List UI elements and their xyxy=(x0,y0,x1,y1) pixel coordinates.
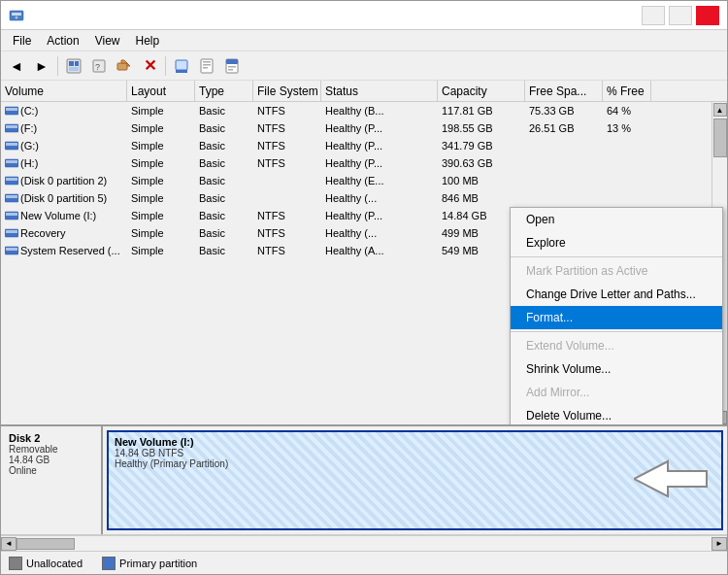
menu-action[interactable]: Action xyxy=(39,32,86,50)
ctx-separator xyxy=(511,256,722,257)
td-volume: New Volume (I:) xyxy=(1,207,127,223)
ctx-item: Extend Volume... xyxy=(511,334,722,357)
menu-file[interactable]: File xyxy=(5,32,39,50)
col-header-freespace[interactable]: Free Spa... xyxy=(525,81,603,101)
ctx-item: Add Mirror... xyxy=(511,381,722,404)
td-status: Healthy (A... xyxy=(321,242,438,258)
status-bar: Unallocated Primary partition xyxy=(1,551,727,574)
minimize-button[interactable] xyxy=(642,6,665,25)
title-bar xyxy=(1,1,727,30)
td-fs: NTFS xyxy=(253,224,321,241)
svg-rect-6 xyxy=(69,67,79,71)
maximize-button[interactable] xyxy=(669,6,692,25)
legend-primary-box xyxy=(102,557,116,570)
toolbar-btn6[interactable] xyxy=(220,54,244,78)
disk-2-size: 14.84 GB xyxy=(9,455,93,465)
td-pctfree: 64 % xyxy=(603,102,651,118)
td-layout: Simple xyxy=(127,224,195,241)
disk-area: Disk 2 Removable 14.84 GB Online New Vol… xyxy=(1,424,727,551)
svg-point-2 xyxy=(16,16,18,18)
table-row[interactable]: (H:) Simple Basic NTFS Healthy (P... 390… xyxy=(1,154,711,172)
td-fs xyxy=(253,189,321,206)
partition-1-health: Healthy (Primary Partition) xyxy=(115,458,715,469)
svg-rect-38 xyxy=(6,248,17,251)
td-layout: Simple xyxy=(127,207,195,223)
col-header-pctfree[interactable]: % Free xyxy=(603,81,651,101)
ctx-item[interactable]: Format... xyxy=(511,306,722,329)
legend-unallocated-box xyxy=(9,557,22,570)
toolbar-forward[interactable]: ► xyxy=(30,54,53,78)
td-fs: NTFS xyxy=(253,242,321,258)
title-bar-left xyxy=(9,8,30,23)
menu-view[interactable]: View xyxy=(87,32,128,50)
table-row[interactable]: (G:) Simple Basic NTFS Healthy (P... 341… xyxy=(1,137,711,154)
svg-rect-30 xyxy=(6,178,17,181)
col-header-layout[interactable]: Layout xyxy=(127,81,195,101)
svg-rect-28 xyxy=(6,160,17,163)
toolbar-btn1[interactable] xyxy=(62,54,85,78)
table-row[interactable]: (C:) Simple Basic NTFS Healthy (B... 117… xyxy=(1,102,711,119)
disk-2-name: Disk 2 xyxy=(9,432,93,444)
td-volume: (G:) xyxy=(1,137,127,153)
table-row[interactable]: (Disk 0 partition 2) Simple Basic Health… xyxy=(1,172,711,189)
ctx-item[interactable]: Open xyxy=(511,208,722,231)
toolbar-back[interactable]: ◄ xyxy=(5,54,28,78)
td-layout: Simple xyxy=(127,189,195,206)
ctx-item[interactable]: Delete Volume... xyxy=(511,404,722,424)
scroll-right[interactable]: ► xyxy=(711,537,727,551)
toolbar-delete[interactable]: ✕ xyxy=(138,54,161,78)
scroll-up[interactable]: ▲ xyxy=(713,103,727,117)
menu-bar: File Action View Help xyxy=(1,30,727,51)
scroll-thumb[interactable] xyxy=(713,118,727,157)
col-header-capacity[interactable]: Capacity xyxy=(438,81,525,101)
svg-rect-26 xyxy=(6,143,17,146)
td-type: Basic xyxy=(195,224,253,241)
toolbar-sep-2 xyxy=(165,56,166,76)
td-fs: NTFS xyxy=(253,154,321,171)
close-button[interactable] xyxy=(696,6,719,25)
svg-text:?: ? xyxy=(95,62,100,72)
td-volume: Recovery xyxy=(1,224,127,241)
td-freespace xyxy=(525,154,603,171)
ctx-item[interactable]: Explore xyxy=(511,231,722,254)
table-row[interactable]: (F:) Simple Basic NTFS Healthy (P... 198… xyxy=(1,119,711,137)
td-volume: (F:) xyxy=(1,119,127,136)
td-layout: Simple xyxy=(127,172,195,188)
svg-rect-36 xyxy=(6,230,17,233)
toolbar-btn5[interactable] xyxy=(195,54,218,78)
toolbar-btn4[interactable] xyxy=(170,54,193,78)
hscroll-thumb[interactable] xyxy=(17,538,75,550)
td-freespace xyxy=(525,172,603,188)
legend-primary-label: Primary partition xyxy=(119,558,197,569)
partition-1-name: New Volume (I:) xyxy=(115,436,715,448)
table-row[interactable]: (Disk 0 partition 5) Simple Basic Health… xyxy=(1,189,711,207)
col-header-status[interactable]: Status xyxy=(321,81,438,101)
ctx-item[interactable]: Shrink Volume... xyxy=(511,357,722,381)
context-menu: OpenExploreMark Partition as ActiveChang… xyxy=(510,207,723,424)
td-volume: System Reserved (... xyxy=(1,242,127,258)
menu-help[interactable]: Help xyxy=(128,32,168,50)
td-fs: NTFS xyxy=(253,207,321,223)
td-volume: (Disk 0 partition 2) xyxy=(1,172,127,188)
td-fs: NTFS xyxy=(253,102,321,118)
col-header-volume[interactable]: Volume xyxy=(1,81,127,101)
col-header-fs[interactable]: File System xyxy=(253,81,321,101)
toolbar-btn2[interactable]: ? xyxy=(87,54,111,78)
scroll-left[interactable]: ◄ xyxy=(1,537,17,551)
svg-rect-24 xyxy=(6,125,17,128)
toolbar-sep-1 xyxy=(57,56,58,76)
toolbar-btn3[interactable] xyxy=(113,54,136,78)
ctx-item[interactable]: Change Drive Letter and Paths... xyxy=(511,283,722,306)
td-fs: NTFS xyxy=(253,119,321,136)
td-status: Healthy (... xyxy=(321,224,438,241)
svg-rect-12 xyxy=(176,70,187,73)
col-header-type[interactable]: Type xyxy=(195,81,253,101)
td-volume: (H:) xyxy=(1,154,127,171)
td-layout: Simple xyxy=(127,154,195,171)
svg-rect-20 xyxy=(228,69,233,71)
td-type: Basic xyxy=(195,242,253,258)
disk-2-status: Online xyxy=(9,465,93,476)
disk-2-partition-1[interactable]: New Volume (I:) 14.84 GB NTFS Healthy (P… xyxy=(107,430,723,530)
td-capacity: 100 MB xyxy=(438,172,525,188)
td-volume: (C:) xyxy=(1,102,127,118)
